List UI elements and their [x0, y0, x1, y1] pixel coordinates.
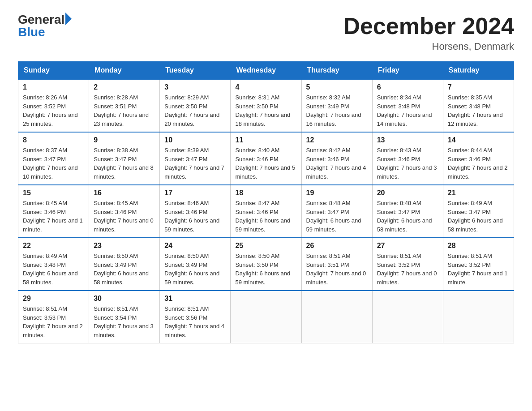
- calendar-cell: 19 Sunrise: 8:48 AMSunset: 3:47 PMDaylig…: [301, 185, 372, 238]
- calendar-cell: 21 Sunrise: 8:49 AMSunset: 3:47 PMDaylig…: [443, 185, 514, 238]
- day-number: 4: [235, 83, 296, 91]
- day-number: 26: [306, 242, 368, 250]
- day-info: Sunrise: 8:38 AMSunset: 3:47 PMDaylight:…: [94, 146, 155, 181]
- calendar-cell: 11 Sunrise: 8:40 AMSunset: 3:46 PMDaylig…: [231, 132, 301, 185]
- col-header-monday: Monday: [89, 62, 160, 80]
- calendar-cell: 8 Sunrise: 8:37 AMSunset: 3:47 PMDayligh…: [18, 132, 89, 185]
- day-number: 9: [94, 136, 155, 144]
- day-number: 6: [377, 83, 438, 91]
- day-info: Sunrise: 8:45 AMSunset: 3:46 PMDaylight:…: [94, 199, 155, 234]
- day-info: Sunrise: 8:50 AMSunset: 3:49 PMDaylight:…: [164, 252, 226, 287]
- day-info: Sunrise: 8:43 AMSunset: 3:46 PMDaylight:…: [377, 146, 438, 181]
- day-number: 18: [235, 189, 296, 197]
- day-info: Sunrise: 8:34 AMSunset: 3:48 PMDaylight:…: [377, 93, 438, 128]
- day-info: Sunrise: 8:28 AMSunset: 3:51 PMDaylight:…: [94, 93, 155, 128]
- day-info: Sunrise: 8:51 AMSunset: 3:51 PMDaylight:…: [306, 252, 368, 287]
- day-info: Sunrise: 8:51 AMSunset: 3:54 PMDaylight:…: [94, 304, 155, 339]
- day-number: 24: [164, 242, 226, 250]
- calendar-cell: 17 Sunrise: 8:46 AMSunset: 3:46 PMDaylig…: [160, 185, 231, 238]
- day-info: Sunrise: 8:49 AMSunset: 3:47 PMDaylight:…: [448, 199, 509, 234]
- day-info: Sunrise: 8:48 AMSunset: 3:47 PMDaylight:…: [306, 199, 368, 234]
- day-info: Sunrise: 8:51 AMSunset: 3:56 PMDaylight:…: [164, 304, 226, 339]
- col-header-friday: Friday: [372, 62, 443, 80]
- day-number: 21: [448, 189, 509, 197]
- day-number: 25: [235, 242, 296, 250]
- week-row-2: 8 Sunrise: 8:37 AMSunset: 3:47 PMDayligh…: [18, 132, 514, 185]
- calendar-cell: 30 Sunrise: 8:51 AMSunset: 3:54 PMDaylig…: [89, 291, 160, 343]
- day-number: 19: [306, 189, 368, 197]
- col-header-thursday: Thursday: [301, 62, 372, 80]
- calendar-cell: 12 Sunrise: 8:42 AMSunset: 3:46 PMDaylig…: [301, 132, 372, 185]
- day-number: 23: [94, 242, 155, 250]
- calendar-cell: 13 Sunrise: 8:43 AMSunset: 3:46 PMDaylig…: [372, 132, 443, 185]
- day-info: Sunrise: 8:50 AMSunset: 3:49 PMDaylight:…: [94, 252, 155, 287]
- col-header-tuesday: Tuesday: [160, 62, 231, 80]
- calendar-cell: 5 Sunrise: 8:32 AMSunset: 3:49 PMDayligh…: [301, 79, 372, 132]
- day-info: Sunrise: 8:32 AMSunset: 3:49 PMDaylight:…: [306, 93, 368, 128]
- day-number: 28: [448, 242, 509, 250]
- day-number: 29: [23, 295, 84, 303]
- calendar-cell: [301, 291, 372, 343]
- day-number: 31: [164, 295, 226, 303]
- calendar-cell: 18 Sunrise: 8:47 AMSunset: 3:46 PMDaylig…: [231, 185, 301, 238]
- day-info: Sunrise: 8:51 AMSunset: 3:52 PMDaylight:…: [448, 252, 509, 287]
- calendar-cell: [443, 291, 514, 343]
- day-info: Sunrise: 8:39 AMSunset: 3:47 PMDaylight:…: [164, 146, 226, 181]
- day-number: 13: [377, 136, 438, 144]
- day-number: 14: [448, 136, 509, 144]
- calendar-cell: 7 Sunrise: 8:35 AMSunset: 3:48 PMDayligh…: [443, 79, 514, 132]
- calendar-cell: 31 Sunrise: 8:51 AMSunset: 3:56 PMDaylig…: [160, 291, 231, 343]
- week-row-5: 29 Sunrise: 8:51 AMSunset: 3:53 PMDaylig…: [18, 291, 514, 343]
- calendar-cell: 29 Sunrise: 8:51 AMSunset: 3:53 PMDaylig…: [18, 291, 89, 343]
- day-info: Sunrise: 8:35 AMSunset: 3:48 PMDaylight:…: [448, 93, 509, 128]
- day-info: Sunrise: 8:45 AMSunset: 3:46 PMDaylight:…: [23, 199, 84, 234]
- calendar-cell: 4 Sunrise: 8:31 AMSunset: 3:50 PMDayligh…: [231, 79, 301, 132]
- calendar-cell: 25 Sunrise: 8:50 AMSunset: 3:50 PMDaylig…: [231, 238, 301, 291]
- calendar-cell: 6 Sunrise: 8:34 AMSunset: 3:48 PMDayligh…: [372, 79, 443, 132]
- calendar-cell: 16 Sunrise: 8:45 AMSunset: 3:46 PMDaylig…: [89, 185, 160, 238]
- day-number: 7: [448, 83, 509, 91]
- calendar-cell: [231, 291, 301, 343]
- logo-arrow-icon: [65, 13, 72, 25]
- day-info: Sunrise: 8:29 AMSunset: 3:50 PMDaylight:…: [164, 93, 226, 128]
- logo-blue-text: Blue: [18, 26, 72, 39]
- day-number: 8: [23, 136, 84, 144]
- title-area: December 2024 Horsens, Denmark: [343, 13, 514, 52]
- day-info: Sunrise: 8:31 AMSunset: 3:50 PMDaylight:…: [235, 93, 296, 128]
- day-number: 11: [235, 136, 296, 144]
- day-number: 2: [94, 83, 155, 91]
- calendar-cell: [372, 291, 443, 343]
- calendar-cell: 23 Sunrise: 8:50 AMSunset: 3:49 PMDaylig…: [89, 238, 160, 291]
- logo: General Blue: [18, 13, 72, 39]
- day-info: Sunrise: 8:48 AMSunset: 3:47 PMDaylight:…: [377, 199, 438, 234]
- col-header-sunday: Sunday: [18, 62, 89, 80]
- day-info: Sunrise: 8:42 AMSunset: 3:46 PMDaylight:…: [306, 146, 368, 181]
- calendar-cell: 9 Sunrise: 8:38 AMSunset: 3:47 PMDayligh…: [89, 132, 160, 185]
- col-header-wednesday: Wednesday: [231, 62, 301, 80]
- calendar-cell: 14 Sunrise: 8:44 AMSunset: 3:46 PMDaylig…: [443, 132, 514, 185]
- day-info: Sunrise: 8:51 AMSunset: 3:53 PMDaylight:…: [23, 304, 84, 339]
- day-info: Sunrise: 8:47 AMSunset: 3:46 PMDaylight:…: [235, 199, 296, 234]
- day-info: Sunrise: 8:51 AMSunset: 3:52 PMDaylight:…: [377, 252, 438, 287]
- calendar-table: SundayMondayTuesdayWednesdayThursdayFrid…: [18, 61, 514, 343]
- calendar-header-row: SundayMondayTuesdayWednesdayThursdayFrid…: [18, 62, 514, 80]
- calendar-cell: 28 Sunrise: 8:51 AMSunset: 3:52 PMDaylig…: [443, 238, 514, 291]
- day-info: Sunrise: 8:26 AMSunset: 3:52 PMDaylight:…: [23, 93, 84, 128]
- day-info: Sunrise: 8:40 AMSunset: 3:46 PMDaylight:…: [235, 146, 296, 181]
- calendar-cell: 15 Sunrise: 8:45 AMSunset: 3:46 PMDaylig…: [18, 185, 89, 238]
- day-number: 16: [94, 189, 155, 197]
- day-info: Sunrise: 8:49 AMSunset: 3:48 PMDaylight:…: [23, 252, 84, 287]
- calendar-cell: 24 Sunrise: 8:50 AMSunset: 3:49 PMDaylig…: [160, 238, 231, 291]
- day-number: 20: [377, 189, 438, 197]
- week-row-3: 15 Sunrise: 8:45 AMSunset: 3:46 PMDaylig…: [18, 185, 514, 238]
- day-number: 12: [306, 136, 368, 144]
- col-header-saturday: Saturday: [443, 62, 514, 80]
- calendar-cell: 3 Sunrise: 8:29 AMSunset: 3:50 PMDayligh…: [160, 79, 231, 132]
- week-row-4: 22 Sunrise: 8:49 AMSunset: 3:48 PMDaylig…: [18, 238, 514, 291]
- day-number: 30: [94, 295, 155, 303]
- calendar-cell: 2 Sunrise: 8:28 AMSunset: 3:51 PMDayligh…: [89, 79, 160, 132]
- calendar-cell: 27 Sunrise: 8:51 AMSunset: 3:52 PMDaylig…: [372, 238, 443, 291]
- day-number: 1: [23, 83, 84, 91]
- calendar-cell: 26 Sunrise: 8:51 AMSunset: 3:51 PMDaylig…: [301, 238, 372, 291]
- day-number: 27: [377, 242, 438, 250]
